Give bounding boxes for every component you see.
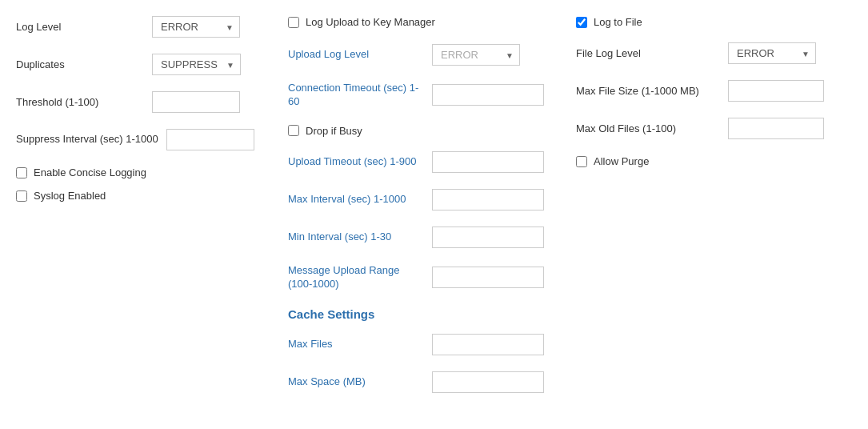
max-file-size-label: Max File Size (1-1000 MB)	[576, 85, 720, 97]
max-files-row: Max Files 200	[288, 334, 560, 355]
syslog-row: Syslog Enabled	[16, 190, 272, 202]
threshold-label: Threshold (1-100)	[16, 96, 144, 108]
suppress-interval-input[interactable]: 600	[166, 129, 254, 150]
max-file-size-input[interactable]: 1	[728, 80, 824, 102]
conn-timeout-row: Connection Timeout (sec) 1-60 59	[288, 82, 560, 109]
upload-log-level-row: Upload Log Level ERROR DEBUG INFO ▼	[288, 44, 560, 66]
max-space-label: Max Space (MB)	[288, 375, 424, 389]
upload-timeout-row: Upload Timeout (sec) 1-900 600	[288, 151, 560, 173]
log-level-row: Log Level ERROR DEBUG INFO WARNING ▼	[16, 16, 272, 38]
max-interval-label: Max Interval (sec) 1-1000	[288, 193, 424, 206]
drop-busy-row: Drop if Busy	[288, 125, 560, 137]
max-interval-row: Max Interval (sec) 1-1000 20	[288, 189, 560, 210]
upload-log-level-select[interactable]: ERROR DEBUG INFO	[432, 44, 520, 66]
max-space-row: Max Space (MB) 100	[288, 371, 560, 393]
log-upload-checkbox[interactable]	[288, 17, 299, 28]
duplicates-select-wrapper: SUPPRESS ALLOW ▼	[152, 54, 241, 75]
threshold-row: Threshold (1-100) 5	[16, 91, 272, 113]
upload-log-level-label: Upload Log Level	[288, 48, 424, 62]
log-upload-label: Log Upload to Key Manager	[306, 16, 435, 28]
right-column: Log to File File Log Level ERROR DEBUG I…	[576, 16, 852, 409]
log-upload-row: Log Upload to Key Manager	[288, 16, 560, 28]
min-interval-label: Min Interval (sec) 1-30	[288, 231, 424, 244]
max-space-input[interactable]: 100	[432, 371, 544, 393]
drop-busy-label: Drop if Busy	[306, 125, 362, 137]
file-log-level-label: File Log Level	[576, 47, 720, 59]
log-to-file-label: Log to File	[594, 16, 642, 28]
threshold-input[interactable]: 5	[152, 91, 240, 113]
left-column: Log Level ERROR DEBUG INFO WARNING ▼ Dup…	[16, 16, 288, 409]
max-old-files-label: Max Old Files (1-100)	[576, 122, 720, 134]
conn-timeout-input[interactable]: 59	[432, 84, 544, 106]
log-to-file-row: Log to File	[576, 16, 852, 28]
max-files-label: Max Files	[288, 338, 424, 351]
log-level-label: Log Level	[16, 21, 144, 33]
msg-upload-row: Message Upload Range (100-1000) 1000	[288, 264, 560, 291]
suppress-interval-row: Suppress Interval (sec) 1-1000 600	[16, 129, 272, 150]
duplicates-row: Duplicates SUPPRESS ALLOW ▼	[16, 54, 272, 75]
duplicates-select[interactable]: SUPPRESS ALLOW	[152, 54, 241, 75]
cache-settings-title: Cache Settings	[288, 307, 560, 321]
max-old-files-input[interactable]: 100	[728, 118, 824, 139]
file-log-level-row: File Log Level ERROR DEBUG INFO ▼	[576, 42, 852, 64]
msg-upload-input[interactable]: 1000	[432, 267, 544, 288]
suppress-interval-label: Suppress Interval (sec) 1-1000	[16, 133, 158, 146]
upload-timeout-label: Upload Timeout (sec) 1-900	[288, 155, 424, 169]
syslog-checkbox[interactable]	[16, 190, 27, 202]
max-files-input[interactable]: 200	[432, 334, 544, 355]
drop-busy-checkbox[interactable]	[288, 125, 299, 136]
log-to-file-checkbox[interactable]	[576, 17, 587, 28]
main-container: Log Level ERROR DEBUG INFO WARNING ▼ Dup…	[16, 16, 852, 409]
upload-log-level-select-wrapper: ERROR DEBUG INFO ▼	[432, 44, 520, 66]
max-interval-input[interactable]: 20	[432, 189, 544, 210]
upload-timeout-input[interactable]: 600	[432, 151, 544, 173]
enable-concise-checkbox[interactable]	[16, 167, 27, 178]
msg-upload-label: Message Upload Range (100-1000)	[288, 264, 424, 291]
allow-purge-checkbox[interactable]	[576, 156, 587, 167]
min-interval-input[interactable]: 10	[432, 227, 544, 248]
enable-concise-row: Enable Concise Logging	[16, 166, 272, 178]
file-log-level-select-wrapper: ERROR DEBUG INFO ▼	[728, 42, 816, 64]
file-log-level-select[interactable]: ERROR DEBUG INFO	[728, 42, 816, 64]
max-file-size-row: Max File Size (1-1000 MB) 1	[576, 80, 852, 102]
duplicates-label: Duplicates	[16, 58, 144, 70]
syslog-label: Syslog Enabled	[34, 190, 106, 202]
enable-concise-label: Enable Concise Logging	[34, 166, 146, 178]
log-level-select-wrapper: ERROR DEBUG INFO WARNING ▼	[152, 16, 240, 38]
log-level-select[interactable]: ERROR DEBUG INFO WARNING	[152, 16, 240, 38]
max-old-files-row: Max Old Files (1-100) 100	[576, 118, 852, 139]
allow-purge-row: Allow Purge	[576, 155, 852, 167]
min-interval-row: Min Interval (sec) 1-30 10	[288, 227, 560, 248]
middle-column: Log Upload to Key Manager Upload Log Lev…	[288, 16, 576, 409]
conn-timeout-label: Connection Timeout (sec) 1-60	[288, 82, 424, 109]
allow-purge-label: Allow Purge	[594, 155, 649, 167]
